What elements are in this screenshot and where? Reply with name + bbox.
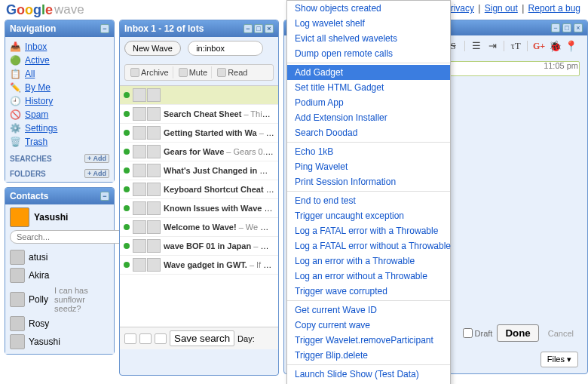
nav-item[interactable]: 🟢Active: [10, 54, 109, 67]
add-search-button[interactable]: + Add: [84, 154, 109, 163]
menu-item[interactable]: Add Gadget: [287, 65, 450, 80]
wave-item[interactable]: Getting Started with Wa – This wave shou…: [120, 124, 278, 143]
avatar: [10, 292, 25, 307]
menu-item[interactable]: Trigger Blip.delete: [287, 348, 450, 363]
contacts-title: Contacts: [10, 191, 48, 201]
avatar: [133, 239, 146, 253]
files-button[interactable]: Files ▾: [541, 352, 578, 367]
nav-link[interactable]: Spam: [25, 109, 48, 120]
unread-dot-icon: [124, 243, 130, 249]
menu-item[interactable]: Copy current wave: [287, 318, 450, 333]
nav-item[interactable]: 🗑️Trash: [10, 135, 109, 149]
wave-item[interactable]: wave BOF 01 in Japan – 東京の六本: [120, 237, 278, 256]
heading-button[interactable]: τT: [510, 40, 522, 52]
wave-title: Getting Started with Wa – This wave shou…: [164, 128, 274, 137]
pin-icon[interactable]: 📍: [565, 40, 577, 52]
bullets-button[interactable]: ☰: [470, 40, 482, 52]
wave-item[interactable]: What's Just Changed in Wave – This: [120, 161, 278, 180]
minimize-icon[interactable]: −: [100, 192, 109, 201]
menu-item[interactable]: Log a FATAL error with a Throwable: [287, 223, 450, 238]
wave-item[interactable]: Welcome to Wave! – We wanted to welcome …: [120, 218, 278, 237]
nav-item[interactable]: 🕘History: [10, 94, 109, 108]
nav-item[interactable]: 📋All: [10, 67, 109, 81]
menu-item[interactable]: Trigger Wavelet.removeParticipant: [287, 333, 450, 348]
nav-link[interactable]: Trash: [25, 137, 47, 147]
contact-item[interactable]: PollyI can has sunflowr seedz?: [10, 284, 109, 315]
mute-button[interactable]: Mute: [175, 66, 212, 78]
wave-title: Keyboard Shortcut Cheat Sheet – This is …: [164, 185, 274, 194]
nav-item[interactable]: 📥Inbox: [10, 40, 109, 54]
wave-item[interactable]: [120, 86, 278, 105]
menu-item[interactable]: Launch Slide Show (Test Data): [287, 367, 450, 382]
menu-item[interactable]: Get current Wave ID: [287, 303, 450, 318]
avatar: [147, 239, 161, 253]
nav-link[interactable]: Settings: [25, 123, 57, 134]
report-bug-link[interactable]: Report a bug: [528, 3, 580, 14]
menu-item[interactable]: Ping Wavelet: [287, 159, 450, 174]
contact-item[interactable]: Rosy: [10, 315, 109, 333]
close-icon[interactable]: ×: [574, 23, 583, 32]
menu-item[interactable]: Evict all shelved wavelets: [287, 31, 450, 46]
contact-item[interactable]: Akira: [10, 266, 109, 284]
view-icon[interactable]: [139, 333, 152, 344]
contact-search-input[interactable]: [10, 230, 127, 244]
inbox-search-input[interactable]: [188, 41, 263, 56]
minimize-icon[interactable]: −: [243, 24, 253, 33]
menu-item[interactable]: Echo 1kB: [287, 144, 450, 159]
menu-item[interactable]: Set title HTML Gadget: [287, 80, 450, 95]
save-search-button[interactable]: Save search: [170, 330, 234, 346]
menu-item[interactable]: Search Doodad: [287, 125, 450, 140]
nav-link[interactable]: History: [25, 96, 53, 106]
nav-item[interactable]: ✏️By Me: [10, 81, 109, 94]
menu-item[interactable]: Log wavelet shelf: [287, 16, 450, 31]
add-folder-button[interactable]: + Add: [84, 169, 109, 178]
done-button[interactable]: Done: [497, 324, 538, 342]
signout-link[interactable]: Sign out: [485, 3, 518, 14]
menu-item[interactable]: Log an error without a Throwable: [287, 269, 450, 284]
new-wave-button[interactable]: New Wave: [124, 41, 181, 56]
nav-link[interactable]: Inbox: [25, 41, 47, 52]
bug-icon[interactable]: 🐞: [549, 40, 561, 52]
wave-item[interactable]: Keyboard Shortcut Cheat Sheet – This is …: [120, 180, 278, 199]
minimize-icon[interactable]: −: [100, 24, 109, 33]
menu-item[interactable]: Podium App: [287, 95, 450, 110]
view-icon[interactable]: [124, 333, 136, 344]
avatar: [147, 107, 161, 121]
maximize-icon[interactable]: □: [254, 24, 263, 33]
wave-item[interactable]: Search Cheat Sheet – This is a quick gui…: [120, 105, 278, 124]
archive-button[interactable]: Archive: [127, 66, 173, 78]
maximize-icon[interactable]: □: [562, 23, 571, 32]
nav-item[interactable]: 🚫Spam: [10, 108, 109, 121]
wave-item[interactable]: Wave gadget in GWT. – If you would like …: [120, 256, 278, 275]
read-button[interactable]: Read: [213, 66, 251, 78]
menu-item[interactable]: Trigger uncaught exception: [287, 208, 450, 223]
draft-checkbox[interactable]: Draft: [463, 328, 493, 338]
navigation-panel: Navigation − 📥Inbox🟢Active📋All✏️By Me🕘Hi…: [5, 20, 115, 183]
indent-button[interactable]: ⇥: [486, 40, 498, 52]
wave-item[interactable]: Known Issues with Wave – This Wave will …: [120, 199, 278, 218]
menu-item[interactable]: Log an error with a Throwable: [287, 253, 450, 269]
nav-link[interactable]: By Me: [25, 82, 51, 93]
nav-item[interactable]: ⚙️Settings: [10, 121, 109, 135]
menu-item[interactable]: Log a FATAL error without a Throwable: [287, 238, 450, 253]
nav-link[interactable]: All: [25, 69, 35, 79]
minimize-icon[interactable]: −: [551, 23, 560, 32]
debug-menu: Show objects createdLog wavelet shelfEvi…: [286, 0, 451, 384]
cancel-button[interactable]: Cancel: [544, 327, 578, 340]
avatar: [147, 88, 161, 102]
wave-item[interactable]: Gears for Wave – Gears 0.5.21.0 was rele…: [120, 143, 278, 161]
nav-link[interactable]: Active: [25, 55, 50, 66]
menu-item[interactable]: Dump open remote calls: [287, 46, 450, 61]
avatar: [147, 258, 161, 272]
view-icon[interactable]: [155, 333, 167, 344]
menu-item[interactable]: Add Extension Installer: [287, 110, 450, 125]
menu-item[interactable]: Trigger wave corrupted: [287, 284, 450, 299]
contact-item[interactable]: atusi: [10, 248, 109, 266]
close-icon[interactable]: ×: [265, 24, 274, 33]
menu-item[interactable]: Show objects created: [287, 1, 450, 16]
menu-item[interactable]: End to end test: [287, 193, 450, 208]
contact-item[interactable]: Yasushi: [10, 333, 109, 351]
avatar: [133, 107, 146, 121]
menu-item[interactable]: Print Session Information: [287, 174, 450, 189]
gplus-button[interactable]: G+: [533, 40, 545, 52]
